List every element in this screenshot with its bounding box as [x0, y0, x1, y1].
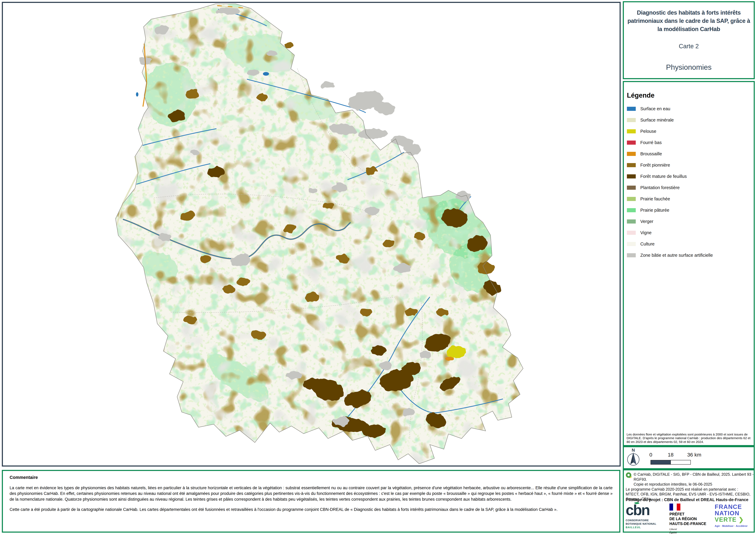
scale-panel: N 0 18 36 km	[623, 446, 755, 469]
legend-item: Vigne	[627, 227, 754, 238]
legend-item: Surface en eau	[627, 103, 754, 114]
legend-item: Verger	[627, 216, 754, 227]
legend-swatch	[627, 219, 636, 223]
scale-tick-18: 18	[668, 452, 674, 458]
comment-panel: Commentaire La carte met en évidence les…	[2, 470, 620, 533]
legend-swatch	[627, 129, 636, 133]
cbn-wordmark: cbn	[626, 503, 664, 517]
legend-label: Plantation forestière	[640, 185, 680, 190]
title-panel: Diagnostic des habitats à forts intérêts…	[623, 1, 755, 79]
legend-swatch	[627, 107, 636, 111]
legend-item: Prairie pâturée	[627, 205, 754, 216]
scale-tick-0: 0	[649, 452, 652, 458]
legend-label: Forêt mature de feuillus	[640, 174, 687, 179]
legend-swatch	[627, 208, 636, 212]
legend-title: Légende	[627, 91, 754, 99]
legend-label: Prairie pâturée	[640, 208, 669, 213]
cbn-logo: cbn CONSERVATOIRE BOTANIQUE NATIONAL BAI…	[625, 503, 664, 529]
legend-label: Surface en eau	[640, 106, 670, 111]
legend-item: Forêt mature de feuillus	[627, 171, 754, 182]
legend-label: Surface minérale	[640, 117, 674, 123]
copyright-line1: © CarHab, DIGITALE - SIG, BFP - CBN de B…	[634, 472, 754, 482]
scale-tick-36km: 36 km	[687, 452, 701, 458]
credits-panel: © CarHab, DIGITALE - SIG, BFP - CBN de B…	[623, 469, 755, 533]
copyright-text: © CarHab, DIGITALE - SIG, BFP - CBN de B…	[634, 472, 754, 487]
legend-item: Forêt pionnière	[627, 160, 754, 171]
legend-swatch	[627, 118, 636, 122]
legend-swatch	[627, 152, 636, 156]
map-canvas	[3, 3, 620, 466]
map-subject: Physionomies	[624, 63, 754, 71]
legend-item: Culture	[627, 238, 754, 250]
legend-item: Plantation forestière	[627, 182, 754, 193]
map-frame	[2, 2, 621, 467]
legend-label: Fourré bas	[640, 140, 662, 145]
map-number: Carte 2	[624, 43, 754, 50]
svg-text:N: N	[632, 448, 635, 452]
prefet-title: PRÉFET DE LA RÉGION HAUTS-DE-FRANCE	[669, 512, 709, 526]
cbn-subtitle: CONSERVATOIRE BOTANIQUE NATIONAL BAILLEU…	[626, 519, 664, 529]
legend-item: Zone bâtie et autre surface artificielle	[627, 250, 754, 261]
copyright-line2: Copie et reproduction interdites, le 06-…	[634, 482, 754, 487]
prefet-logo: PRÉFET DE LA RÉGION HAUTS-DE-FRANCE Libe…	[669, 503, 709, 534]
legend-swatch	[627, 174, 636, 178]
scale-bar	[651, 460, 691, 465]
legend-item: Pelouse	[627, 126, 754, 137]
qgis-logo-icon	[625, 472, 632, 478]
legend-item: Surface minérale	[627, 114, 754, 126]
legend-swatch	[627, 197, 636, 201]
legend-item: Broussaille	[627, 148, 754, 160]
legend-label: Prairie fauchée	[640, 196, 670, 201]
scale-bar-segment-empty	[670, 460, 690, 464]
partner-logos: cbn CONSERVATOIRE BOTANIQUE NATIONAL BAI…	[625, 503, 753, 531]
comment-paragraph-2: Cette carte a été produite à partir de l…	[10, 507, 612, 512]
fnv-verte-line: VERTE ❯	[715, 516, 753, 523]
fnv-tagline: Agir · Mobiliser · Accélérer	[715, 524, 753, 528]
page: Diagnostic des habitats à forts intérêts…	[0, 0, 756, 534]
legend-swatch	[627, 163, 636, 167]
legend-items: Surface en eau Surface minérale Pelouse …	[627, 103, 754, 261]
landcover-texture	[3, 3, 620, 466]
france-nation-verte-logo: FRANCE NATION VERTE ❯ Agir · Mobiliser ·…	[715, 503, 753, 528]
scale-bar-segment-filled	[651, 460, 670, 464]
legend-swatch	[627, 231, 636, 235]
legend-label: Verger	[640, 219, 653, 224]
french-flag-icon	[669, 503, 680, 511]
chevron-right-icon: ❯	[739, 516, 744, 523]
legend-label: Forêt pionnière	[640, 163, 670, 168]
legend-swatch	[627, 253, 636, 257]
comment-paragraph-1: La carte met en évidence les types de ph…	[10, 485, 612, 502]
legend-label: Zone bâtie et autre surface artificielle	[640, 253, 713, 258]
data-source-note: Les données flore et végétation exploité…	[627, 433, 752, 444]
legend-swatch	[627, 186, 636, 190]
legend-label: Culture	[640, 242, 655, 246]
pilotage-text: Pilotage du projet : CBN de Bailleul et …	[626, 497, 752, 502]
legend-item: Fourré bas	[627, 137, 754, 148]
legend-swatch	[627, 242, 636, 246]
prefet-motto: Liberté Égalité Fraternité	[669, 528, 709, 534]
legend-panel: Légende Surface en eau Surface minérale …	[623, 81, 755, 446]
legend-label: Broussaille	[640, 151, 662, 156]
copyright-row: © CarHab, DIGITALE - SIG, BFP - CBN de B…	[625, 472, 754, 487]
north-arrow-icon: N	[626, 448, 641, 468]
legend-item: Prairie fauchée	[627, 193, 754, 205]
legend-swatch	[627, 140, 636, 145]
comment-heading: Commentaire	[10, 475, 619, 480]
page-title: Diagnostic des habitats à forts intérêts…	[627, 9, 750, 33]
legend-label: Pelouse	[640, 129, 656, 134]
legend-label: Vigne	[640, 230, 652, 235]
